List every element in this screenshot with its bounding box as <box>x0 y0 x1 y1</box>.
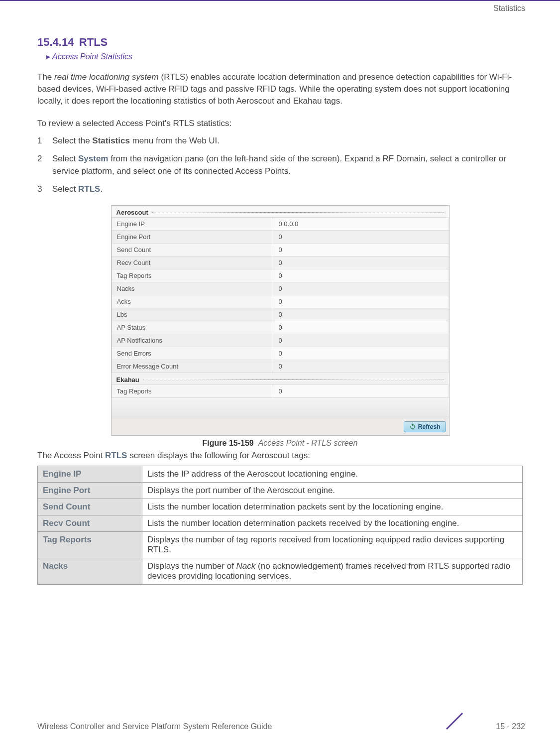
breadcrumb-arrow-icon: ▸ <box>46 52 50 61</box>
figure-caption: Figure 15-159 Access Point - RTLS screen <box>37 439 523 448</box>
step-3: 3 Select RTLS. <box>37 183 523 196</box>
table-row: Engine Port0 <box>112 231 448 244</box>
table-row: AP Status0 <box>112 321 448 334</box>
table-row: Send CountLists the number location dete… <box>38 499 523 515</box>
table-row: Tag Reports0 <box>112 385 448 398</box>
steps-list: 1 Select the Statistics menu from the We… <box>37 134 523 195</box>
step-1: 1 Select the Statistics menu from the We… <box>37 134 523 147</box>
group-ekahau-title: Ekahau <box>112 373 449 384</box>
steps-intro: To review a selected Access Point's RTLS… <box>37 119 523 128</box>
table-row: Engine IP0.0.0.0 <box>112 218 448 231</box>
svg-line-0 <box>447 713 462 729</box>
table-row: AP Notifications0 <box>112 334 448 347</box>
rtls-screenshot: Aeroscout Engine IP0.0.0.0 Engine Port0 … <box>111 205 449 436</box>
table-row: NacksDisplays the number of Nack (no ack… <box>38 558 523 585</box>
footer-decoration-icon <box>443 709 465 734</box>
refresh-button[interactable]: Refresh <box>404 421 446 432</box>
intro-paragraph: The real time locationing system (RTLS) … <box>37 71 523 107</box>
refresh-icon <box>409 423 416 430</box>
properties-table: Engine IPLists the IP address of the Aer… <box>37 466 523 585</box>
footer-title: Wireless Controller and Service Platform… <box>37 722 272 731</box>
page-category: Statistics <box>493 4 525 13</box>
group-aeroscout-title: Aeroscout <box>112 206 449 217</box>
section-number: 15.4.14 <box>37 36 74 49</box>
table-intro: The Access Point RTLS screen displays th… <box>37 451 523 461</box>
section-title: RTLS <box>79 36 108 49</box>
table-row: Nacks0 <box>112 282 448 295</box>
table-row: Recv Count0 <box>112 256 448 269</box>
table-row: Acks0 <box>112 295 448 308</box>
table-row: Lbs0 <box>112 308 448 321</box>
ekahau-table: Tag Reports0 <box>112 384 449 398</box>
table-row: Send Errors0 <box>112 347 448 360</box>
table-row: Engine IPLists the IP address of the Aer… <box>38 466 523 483</box>
step-2: 2 Select System from the navigation pane… <box>37 152 523 178</box>
aeroscout-table: Engine IP0.0.0.0 Engine Port0 Send Count… <box>112 217 449 373</box>
page-number: 15 - 232 <box>496 722 525 731</box>
table-row: Recv CountLists the number location dete… <box>38 515 523 532</box>
breadcrumb[interactable]: ▸Access Point Statistics <box>46 52 523 61</box>
breadcrumb-text: Access Point Statistics <box>52 52 132 61</box>
table-row: Engine PortDisplays the port number of t… <box>38 483 523 499</box>
table-row: Tag Reports0 <box>112 269 448 282</box>
table-row: Send Count0 <box>112 244 448 256</box>
section-heading: 15.4.14 RTLS <box>37 36 523 49</box>
table-row: Tag ReportsDisplays the number of tag re… <box>38 532 523 558</box>
page-footer: Wireless Controller and Service Platform… <box>37 722 525 731</box>
table-row: Error Message Count0 <box>112 360 448 373</box>
